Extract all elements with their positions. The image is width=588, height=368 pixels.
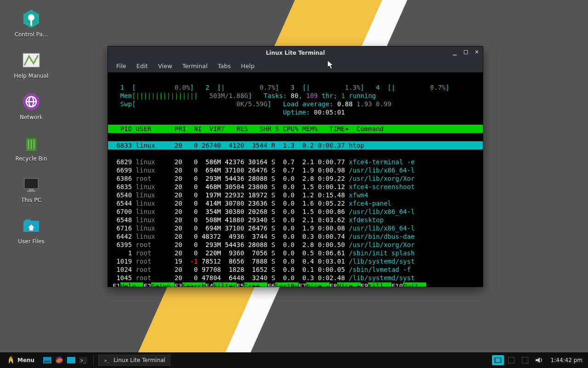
monitor-icon — [21, 174, 42, 195]
desktop-icon-label: Help Manual — [14, 73, 49, 79]
svg-rect-15 — [27, 190, 35, 192]
svg-rect-17 — [29, 227, 33, 230]
desktop-icon-control-panel[interactable]: Control Pa... — [8, 8, 54, 38]
svg-rect-2 — [30, 19, 32, 26]
desktop-icon-user-files[interactable]: User Files — [8, 215, 54, 245]
taskbar-window-button[interactable]: >_ Linux Lite Terminal — [98, 355, 170, 366]
maximize-button[interactable]: □ — [463, 48, 469, 55]
svg-rect-21 — [67, 357, 75, 363]
menubar: File Edit View Terminal Tabs Help — [108, 59, 483, 72]
close-button[interactable]: ✕ — [474, 48, 480, 55]
svg-rect-13 — [24, 178, 38, 189]
svg-text:>_: >_ — [80, 358, 86, 363]
svg-marker-30 — [536, 357, 540, 363]
svg-text:>_: >_ — [104, 358, 109, 363]
gear-hex-icon — [21, 8, 42, 29]
taskbar-window-label: Linux Lite Terminal — [113, 357, 165, 363]
desktop-icon-label: User Files — [18, 238, 45, 245]
menu-tabs[interactable]: Tabs — [213, 61, 236, 71]
taskbar: Menu >_ >_ Linux Lite Terminal 1:44:42 p… — [0, 352, 588, 368]
desktop-icons: Control Pa... Help Manual Network Recycl… — [8, 8, 54, 245]
menu-terminal[interactable]: Terminal — [178, 61, 212, 71]
window-title: Linux Lite Terminal — [266, 50, 325, 56]
svg-rect-9 — [25, 136, 37, 138]
desktop-icon-this-pc[interactable]: This PC — [8, 174, 54, 203]
svg-rect-27 — [496, 358, 500, 362]
desktop-icon-label: This PC — [21, 197, 41, 203]
volume-icon[interactable] — [534, 356, 543, 365]
folder-home-icon — [21, 215, 42, 236]
svg-rect-14 — [29, 189, 34, 190]
clock[interactable]: 1:44:42 pm — [548, 357, 585, 363]
menu-edit[interactable]: Edit — [132, 61, 153, 71]
menu-label: Menu — [17, 357, 34, 363]
workspace-indicator[interactable] — [492, 355, 504, 365]
menu-help[interactable]: Help — [237, 61, 260, 71]
quick-launch: >_ — [42, 355, 89, 366]
titlebar[interactable]: Linux Lite Terminal _ □ ✕ — [108, 46, 483, 59]
menu-file[interactable]: File — [112, 61, 131, 71]
terminal-content[interactable]: 1 [ 0.0%] 2 [| 0.7%] 3 [| 1.3%] 4 [| 0.7… — [108, 72, 483, 287]
feather-icon — [7, 356, 15, 365]
desktop-icon-help-manual[interactable]: Help Manual — [8, 50, 54, 79]
show-desktop-button[interactable] — [42, 355, 53, 366]
svg-rect-29 — [522, 357, 528, 363]
desktop-icon-label: Recycle Bin — [15, 155, 47, 162]
system-tray — [507, 356, 545, 365]
svg-rect-19 — [44, 361, 51, 362]
svg-rect-28 — [508, 357, 514, 363]
desktop-icon-network[interactable]: Network — [8, 91, 54, 121]
terminal-launcher[interactable]: >_ — [78, 355, 89, 366]
menu-view[interactable]: View — [153, 61, 177, 71]
tray-item[interactable] — [520, 356, 530, 365]
terminal-icon: >_ — [103, 357, 111, 363]
tray-item[interactable] — [507, 356, 516, 365]
map-icon — [21, 50, 42, 71]
minimize-button[interactable]: _ — [452, 48, 458, 55]
desktop-icon-recycle-bin[interactable]: Recycle Bin — [8, 132, 54, 162]
start-menu-button[interactable]: Menu — [3, 354, 39, 367]
desktop-icon-label: Network — [20, 114, 43, 121]
desktop-icon-label: Control Pa... — [15, 31, 48, 38]
globe-icon — [21, 91, 42, 112]
terminal-window: Linux Lite Terminal _ □ ✕ File Edit View… — [107, 46, 483, 287]
firefox-launcher[interactable] — [54, 355, 65, 366]
files-launcher[interactable] — [66, 355, 77, 366]
trash-icon — [21, 132, 42, 154]
